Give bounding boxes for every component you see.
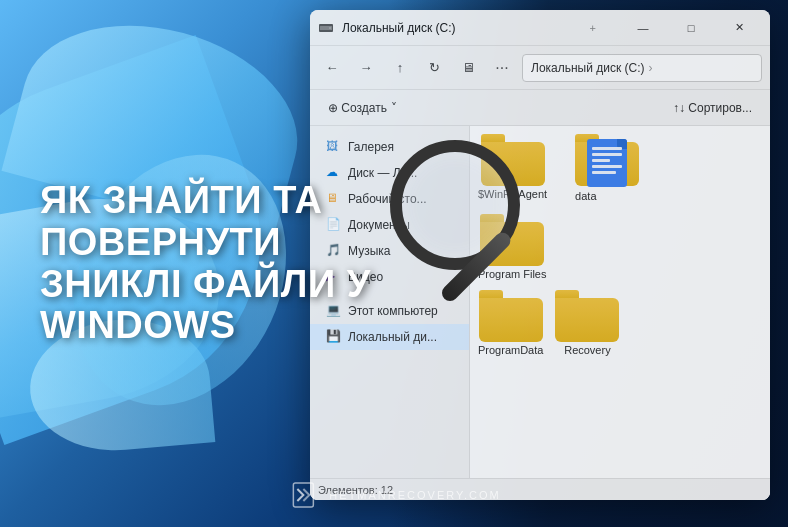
sort-label: ↑↓ Сортиров... bbox=[673, 101, 752, 115]
hetman-logo-icon bbox=[287, 479, 319, 511]
heading-line1: ЯК ЗНАЙТИ ТА ПОВЕРНУТИ bbox=[40, 179, 322, 263]
docs-file-icon bbox=[587, 139, 627, 187]
docs-line-3 bbox=[592, 159, 610, 162]
magnifying-glass bbox=[390, 140, 590, 340]
address-chevron: › bbox=[649, 61, 653, 75]
new-tab-btn[interactable]: + bbox=[590, 22, 596, 34]
folder-recovery-label: Recovery bbox=[564, 344, 610, 356]
docs-line-1 bbox=[592, 147, 622, 150]
docs-line-2 bbox=[592, 153, 622, 156]
sort-button[interactable]: ↑↓ Сортиров... bbox=[663, 94, 762, 122]
minimize-button[interactable]: — bbox=[620, 13, 666, 43]
window-controls: — □ ✕ bbox=[620, 13, 762, 43]
close-button[interactable]: ✕ bbox=[716, 13, 762, 43]
maximize-button[interactable]: □ bbox=[668, 13, 714, 43]
docs-line-5 bbox=[592, 171, 616, 174]
heading-line2: ЗНИКЛІ ФАЙЛИ У WINDOWS bbox=[40, 263, 371, 347]
logo-text: HETMANRECOVERY.COM bbox=[329, 489, 500, 501]
docs-line-4 bbox=[592, 165, 622, 168]
logo-watermark: HETMANRECOVERY.COM bbox=[287, 479, 500, 511]
